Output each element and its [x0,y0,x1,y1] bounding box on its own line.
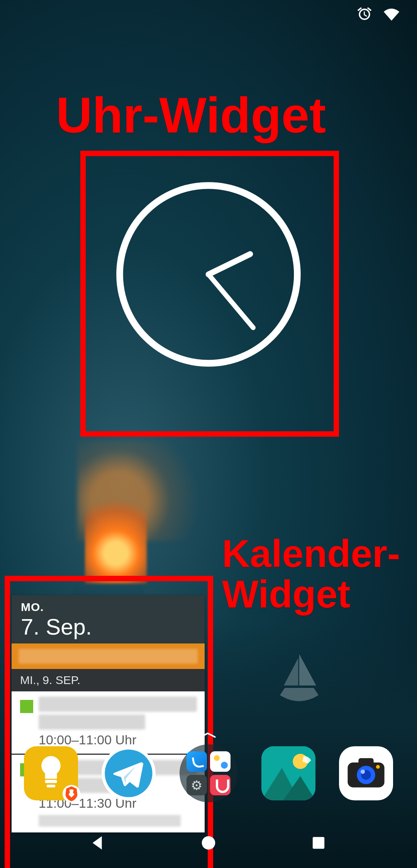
svg-rect-11 [359,758,374,766]
calendar-allday-event[interactable] [12,643,205,669]
calendar-section-header: MI., 9. SEP. [12,669,205,691]
clock-widget[interactable] [112,178,305,371]
calendar-date: 7. Sep. [21,614,195,640]
app-keep[interactable] [24,746,78,800]
calendar-weekday: MO. [21,601,195,614]
folder-item-pocket-icon [210,775,231,795]
app-telegram[interactable] [102,746,156,800]
annotation-clock-label: Uhr-Widget [56,89,326,142]
folder-item-settings-icon [186,775,207,795]
svg-rect-3 [45,780,57,783]
svg-line-1 [208,254,250,274]
folder-item-phone-icon [186,751,207,772]
nav-recents-button[interactable] [307,831,330,854]
svg-point-15 [376,765,380,769]
calendar-event-color [20,700,33,713]
svg-line-2 [208,274,253,328]
svg-point-16 [202,836,215,850]
calendar-header[interactable]: MO. 7. Sep. [12,595,205,643]
navigation-bar [0,818,417,868]
redacted-text [19,649,198,664]
svg-rect-4 [46,785,55,787]
redacted-text [39,715,145,729]
dock [0,737,417,810]
brave-badge-icon [63,785,80,803]
redacted-text [39,697,197,711]
svg-rect-17 [313,837,324,849]
alarm-icon [356,6,373,24]
status-bar [0,0,417,30]
wifi-icon [383,6,400,24]
app-camera[interactable] [339,746,393,800]
app-folder[interactable] [180,744,237,802]
annotation-calendar-label: Kalender- Widget [222,533,400,614]
wallpaper-ship [274,649,324,707]
svg-point-14 [361,769,365,774]
nav-home-button[interactable] [197,831,220,854]
nav-back-button[interactable] [87,831,110,854]
folder-item-app-icon [210,751,231,772]
app-gallery[interactable] [261,746,315,800]
wallpaper-lava [85,483,147,584]
